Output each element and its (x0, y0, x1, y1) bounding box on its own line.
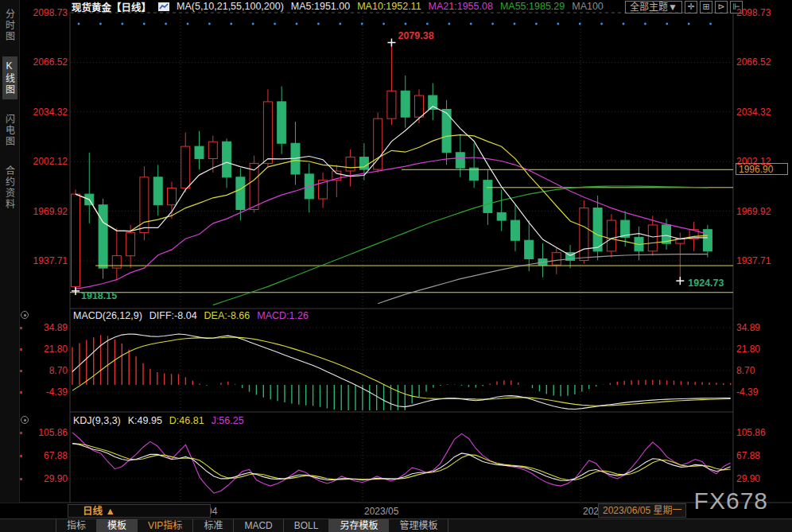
kdj-header: KDJ(9,3,3) K:49.95 D:46.81 J:56.25 (73, 415, 244, 426)
axis-tick-label: 1937.71 (736, 255, 781, 266)
axis-tick-label: 2034.32 (23, 107, 68, 118)
tab-7[interactable]: 管理模板 (389, 519, 448, 532)
macd-params-label: MACD(26,12,9) (73, 310, 142, 321)
line-chart-icon (158, 2, 169, 11)
kdj-k-value: K:49.95 (128, 415, 162, 426)
axis-tick-label: 21.80 (736, 344, 781, 355)
ma-lines-layer (76, 107, 708, 305)
axis-tick-label: 21.80 (23, 344, 68, 355)
kdj-params-label: KDJ(9,3,3) (73, 415, 121, 426)
fx678-watermark: FX678 (694, 487, 768, 515)
macd-diff-value: DIFF:-8.04 (149, 310, 197, 321)
sidebar-item-0[interactable]: 分时图 (2, 5, 17, 46)
tab-4[interactable]: MACD (234, 519, 283, 532)
bottom-tab-bar: 指标模板VIP指标标准MACDBOLL另存模板管理模板 (0, 518, 792, 532)
macd-macd-value: MACD:1.26 (257, 310, 309, 321)
axis-tick-label: 1969.92 (23, 206, 68, 217)
axis-tick-label: 1937.71 (23, 255, 68, 266)
axis-tick-label: 34.89 (736, 322, 781, 333)
ma5-value: MA5:1951.00 (291, 1, 350, 12)
period-selector-button[interactable]: 日线 ▲ (68, 504, 211, 518)
axis-tick-label: 2066.52 (23, 56, 68, 68)
axis-tick-label: 105.86 (736, 427, 781, 438)
axis-tick-label: 2034.32 (736, 107, 781, 118)
sidebar: 分时图K线图闪电图合约资料 (0, 0, 20, 503)
axis-tick-mark (20, 348, 22, 351)
instrument-title: 现货黄金【日线】 (72, 0, 151, 14)
alert-dots-layer (78, 23, 712, 25)
macd-header: MACD(26,12,9) DIFF:-8.04 DEA:-8.66 MACD:… (73, 310, 309, 321)
tab-0[interactable]: 指标 (56, 519, 97, 532)
theme-selector-button[interactable]: 全部主题▼ (625, 1, 682, 14)
sidebar-item-3[interactable]: 合约资料 (2, 161, 17, 214)
tab-1[interactable]: 模板 (97, 519, 138, 532)
kline-chart-app: 2079.381918.151924.73 分时图K线图闪电图合约资料 现货黄金… (0, 0, 792, 532)
axis-tick-mark (20, 327, 22, 329)
axis-tick-label: 2098.73 (23, 7, 68, 18)
low-label-right: 1924.73 (688, 278, 724, 289)
axis-tick-label: 67.88 (736, 450, 781, 461)
axis-tick-label: 1969.92 (736, 206, 781, 217)
tab-6[interactable]: 另存模板 (329, 519, 389, 532)
macd-dea-value: DEA:-8.66 (204, 310, 250, 321)
high-label: 2079.38 (398, 30, 433, 41)
axis-tick-mark (20, 478, 22, 480)
kdj-layer (72, 433, 731, 493)
axis-tick-label: -4.39 (736, 386, 781, 398)
axis-tick-label: -4.39 (23, 386, 68, 398)
low-label-left: 1918.15 (81, 290, 117, 301)
ma-params-label: MA(5,10,21,55,100,200) (177, 1, 284, 12)
axis-tick-label: 8.70 (736, 365, 781, 376)
sidebar-item-2[interactable]: 闪电图 (2, 110, 17, 151)
tab-3[interactable]: 标准 (193, 519, 234, 532)
macd-panel-settings-icon[interactable] (21, 311, 29, 319)
sidebar-item-1[interactable]: K线图 (2, 56, 17, 99)
axis-tick-mark (20, 455, 22, 457)
kdj-panel-settings-icon[interactable] (21, 416, 29, 424)
axis-tick-mark (20, 391, 22, 394)
axis-tick-label: 29.90 (23, 473, 68, 484)
fit-chart-icon[interactable]: ⊞ (700, 1, 712, 14)
axis-tick-label: 2066.52 (736, 56, 781, 68)
axis-tick-label: 29.90 (736, 473, 781, 484)
axis-tick-label: 2002.12 (23, 156, 68, 167)
kdj-d-value: D:46.81 (169, 415, 204, 426)
date-tooltip: 2023/06/05 星期一 (598, 503, 686, 518)
pan-right-icon[interactable]: ⊳ (715, 1, 728, 14)
chart-canvas[interactable]: 2079.381918.151924.73 (0, 0, 792, 532)
axis-tick-label: 2002.12 (736, 156, 781, 167)
axis-tick-label: 105.86 (23, 427, 68, 438)
tab-2[interactable]: VIP指标 (138, 519, 193, 532)
toolbar-icons: ✛⊞⊳⊩ (685, 1, 743, 14)
kdj-j-value: J:56.25 (212, 415, 244, 426)
ma55-value: MA55:1985.29 (500, 1, 565, 12)
axis-tick-label: 34.89 (23, 322, 68, 333)
axis-tick-label: 67.88 (23, 450, 68, 461)
tab-5[interactable]: BOLL (284, 519, 330, 532)
ma21-value: MA21:1955.08 (429, 1, 493, 12)
crosshair-icon[interactable]: ✛ (685, 1, 697, 14)
axis-tick-label: 2098.73 (736, 7, 781, 18)
x-axis-label-1: 2023/05 (364, 506, 398, 517)
chart-toolbar: 全部主题▼ ✛⊞⊳⊩ (625, 1, 743, 14)
axis-tick-mark (20, 370, 22, 372)
candles-layer (72, 42, 712, 290)
chart-legend: 现货黄金【日线】 MA(5,10,21,55,100,200) MA5:1951… (72, 0, 604, 13)
ma100-value: MA100 (572, 1, 604, 12)
axis-tick-label: 8.70 (23, 365, 68, 376)
macd-layer (72, 334, 731, 410)
ma10-value: MA10:1952.11 (357, 1, 421, 12)
axis-tick-mark (20, 432, 22, 434)
